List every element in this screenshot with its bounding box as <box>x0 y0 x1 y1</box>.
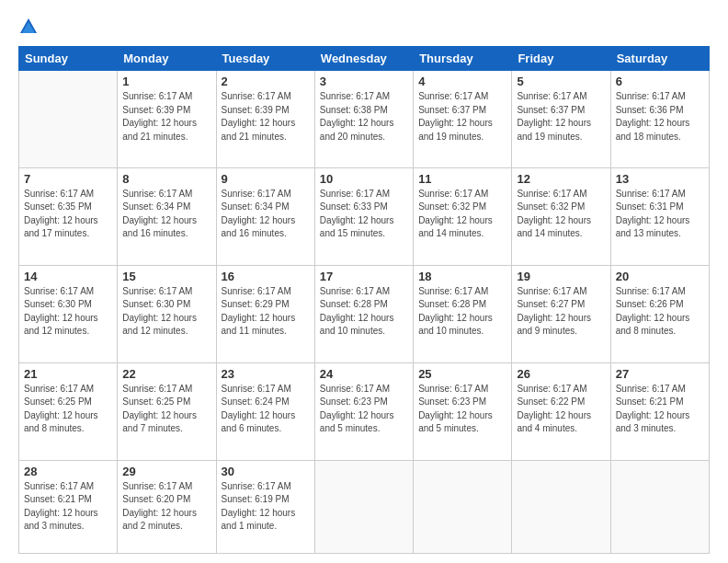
day-info: Sunrise: 6:17 AM Sunset: 6:24 PM Dayligh… <box>222 383 310 436</box>
weekday-header-cell: Monday <box>118 47 216 71</box>
calendar-cell: 22Sunrise: 6:17 AM Sunset: 6:25 PM Dayli… <box>118 362 216 460</box>
day-number: 11 <box>418 172 506 186</box>
day-info: Sunrise: 6:17 AM Sunset: 6:39 PM Dayligh… <box>122 90 210 144</box>
day-number: 2 <box>222 75 310 88</box>
day-info: Sunrise: 6:17 AM Sunset: 6:20 PM Dayligh… <box>122 480 210 534</box>
day-number: 18 <box>418 270 506 283</box>
calendar-cell: 17Sunrise: 6:17 AM Sunset: 6:28 PM Dayli… <box>314 265 413 362</box>
day-number: 21 <box>24 367 112 381</box>
weekday-header-cell: Tuesday <box>216 47 314 71</box>
day-number: 30 <box>222 465 310 478</box>
calendar-cell: 1Sunrise: 6:17 AM Sunset: 6:39 PM Daylig… <box>118 71 216 168</box>
day-info: Sunrise: 6:17 AM Sunset: 6:34 PM Dayligh… <box>222 188 310 241</box>
day-info: Sunrise: 6:17 AM Sunset: 6:37 PM Dayligh… <box>418 90 506 144</box>
day-info: Sunrise: 6:17 AM Sunset: 6:32 PM Dayligh… <box>418 188 506 241</box>
day-number: 23 <box>222 367 310 381</box>
calendar-cell: 2Sunrise: 6:17 AM Sunset: 6:39 PM Daylig… <box>216 71 314 168</box>
day-number: 15 <box>122 270 210 283</box>
day-info: Sunrise: 6:17 AM Sunset: 6:37 PM Dayligh… <box>517 90 605 144</box>
calendar-cell <box>19 71 118 168</box>
day-info: Sunrise: 6:17 AM Sunset: 6:23 PM Dayligh… <box>418 383 506 436</box>
calendar-cell: 13Sunrise: 6:17 AM Sunset: 6:31 PM Dayli… <box>610 167 709 265</box>
day-number: 22 <box>122 367 210 381</box>
calendar-body: 1Sunrise: 6:17 AM Sunset: 6:39 PM Daylig… <box>19 71 710 554</box>
calendar-cell <box>314 460 413 553</box>
day-number: 14 <box>24 270 112 283</box>
day-info: Sunrise: 6:17 AM Sunset: 6:21 PM Dayligh… <box>616 383 704 436</box>
page: SundayMondayTuesdayWednesdayThursdayFrid… <box>0 0 728 563</box>
calendar-cell: 18Sunrise: 6:17 AM Sunset: 6:28 PM Dayli… <box>414 265 512 362</box>
day-number: 8 <box>122 172 210 186</box>
calendar-cell: 26Sunrise: 6:17 AM Sunset: 6:22 PM Dayli… <box>512 362 610 460</box>
day-info: Sunrise: 6:17 AM Sunset: 6:31 PM Dayligh… <box>616 188 704 241</box>
calendar-cell: 14Sunrise: 6:17 AM Sunset: 6:30 PM Dayli… <box>19 265 118 362</box>
day-info: Sunrise: 6:17 AM Sunset: 6:34 PM Dayligh… <box>122 188 210 241</box>
calendar-cell: 30Sunrise: 6:17 AM Sunset: 6:19 PM Dayli… <box>216 460 314 553</box>
calendar-cell: 20Sunrise: 6:17 AM Sunset: 6:26 PM Dayli… <box>610 265 709 362</box>
logo <box>18 17 40 37</box>
calendar-cell: 16Sunrise: 6:17 AM Sunset: 6:29 PM Dayli… <box>216 265 314 362</box>
day-info: Sunrise: 6:17 AM Sunset: 6:30 PM Dayligh… <box>122 285 210 339</box>
day-info: Sunrise: 6:17 AM Sunset: 6:33 PM Dayligh… <box>320 188 408 241</box>
day-number: 28 <box>24 465 112 478</box>
day-number: 5 <box>517 75 605 88</box>
day-number: 26 <box>517 367 605 381</box>
calendar-cell: 4Sunrise: 6:17 AM Sunset: 6:37 PM Daylig… <box>414 71 512 168</box>
weekday-header-row: SundayMondayTuesdayWednesdayThursdayFrid… <box>19 47 710 71</box>
week-row: 28Sunrise: 6:17 AM Sunset: 6:21 PM Dayli… <box>19 460 710 553</box>
day-info: Sunrise: 6:17 AM Sunset: 6:25 PM Dayligh… <box>122 383 210 436</box>
week-row: 1Sunrise: 6:17 AM Sunset: 6:39 PM Daylig… <box>19 71 710 168</box>
day-number: 1 <box>122 75 210 88</box>
calendar-cell: 28Sunrise: 6:17 AM Sunset: 6:21 PM Dayli… <box>19 460 118 553</box>
weekday-header-cell: Friday <box>512 47 610 71</box>
day-number: 19 <box>517 270 605 283</box>
day-number: 17 <box>320 270 408 283</box>
weekday-header-cell: Thursday <box>414 47 512 71</box>
calendar-cell <box>512 460 610 553</box>
day-number: 29 <box>122 465 210 478</box>
day-number: 12 <box>517 172 605 186</box>
calendar-cell: 24Sunrise: 6:17 AM Sunset: 6:23 PM Dayli… <box>314 362 413 460</box>
calendar-cell: 6Sunrise: 6:17 AM Sunset: 6:36 PM Daylig… <box>610 71 709 168</box>
day-number: 3 <box>320 75 408 88</box>
day-number: 20 <box>616 270 704 283</box>
day-info: Sunrise: 6:17 AM Sunset: 6:32 PM Dayligh… <box>517 188 605 241</box>
calendar-cell: 9Sunrise: 6:17 AM Sunset: 6:34 PM Daylig… <box>216 167 314 265</box>
day-info: Sunrise: 6:17 AM Sunset: 6:22 PM Dayligh… <box>517 383 605 436</box>
calendar-cell: 11Sunrise: 6:17 AM Sunset: 6:32 PM Dayli… <box>414 167 512 265</box>
day-number: 25 <box>418 367 506 381</box>
calendar-cell: 27Sunrise: 6:17 AM Sunset: 6:21 PM Dayli… <box>610 362 709 460</box>
calendar-cell: 25Sunrise: 6:17 AM Sunset: 6:23 PM Dayli… <box>414 362 512 460</box>
calendar-cell: 3Sunrise: 6:17 AM Sunset: 6:38 PM Daylig… <box>314 71 413 168</box>
day-info: Sunrise: 6:17 AM Sunset: 6:23 PM Dayligh… <box>320 383 408 436</box>
calendar-cell: 8Sunrise: 6:17 AM Sunset: 6:34 PM Daylig… <box>118 167 216 265</box>
calendar-table: SundayMondayTuesdayWednesdayThursdayFrid… <box>18 46 710 554</box>
day-info: Sunrise: 6:17 AM Sunset: 6:26 PM Dayligh… <box>616 285 704 339</box>
day-number: 10 <box>320 172 408 186</box>
weekday-header-cell: Wednesday <box>314 47 413 71</box>
calendar-cell: 29Sunrise: 6:17 AM Sunset: 6:20 PM Dayli… <box>118 460 216 553</box>
calendar-cell <box>610 460 709 553</box>
calendar-cell: 23Sunrise: 6:17 AM Sunset: 6:24 PM Dayli… <box>216 362 314 460</box>
day-info: Sunrise: 6:17 AM Sunset: 6:25 PM Dayligh… <box>24 383 112 436</box>
day-info: Sunrise: 6:17 AM Sunset: 6:28 PM Dayligh… <box>320 285 408 339</box>
day-info: Sunrise: 6:17 AM Sunset: 6:38 PM Dayligh… <box>320 90 408 144</box>
calendar-cell: 19Sunrise: 6:17 AM Sunset: 6:27 PM Dayli… <box>512 265 610 362</box>
calendar-cell: 12Sunrise: 6:17 AM Sunset: 6:32 PM Dayli… <box>512 167 610 265</box>
calendar-cell: 5Sunrise: 6:17 AM Sunset: 6:37 PM Daylig… <box>512 71 610 168</box>
day-info: Sunrise: 6:17 AM Sunset: 6:39 PM Dayligh… <box>222 90 310 144</box>
day-info: Sunrise: 6:17 AM Sunset: 6:21 PM Dayligh… <box>24 480 112 534</box>
day-number: 7 <box>24 172 112 186</box>
logo-icon <box>18 17 39 37</box>
day-number: 27 <box>616 367 704 381</box>
day-number: 9 <box>222 172 310 186</box>
header <box>18 17 710 37</box>
day-number: 16 <box>222 270 310 283</box>
day-info: Sunrise: 6:17 AM Sunset: 6:27 PM Dayligh… <box>517 285 605 339</box>
calendar-cell: 10Sunrise: 6:17 AM Sunset: 6:33 PM Dayli… <box>314 167 413 265</box>
weekday-header-cell: Saturday <box>610 47 709 71</box>
day-info: Sunrise: 6:17 AM Sunset: 6:35 PM Dayligh… <box>24 188 112 241</box>
day-number: 13 <box>616 172 704 186</box>
day-number: 6 <box>616 75 704 88</box>
calendar-cell: 7Sunrise: 6:17 AM Sunset: 6:35 PM Daylig… <box>19 167 118 265</box>
